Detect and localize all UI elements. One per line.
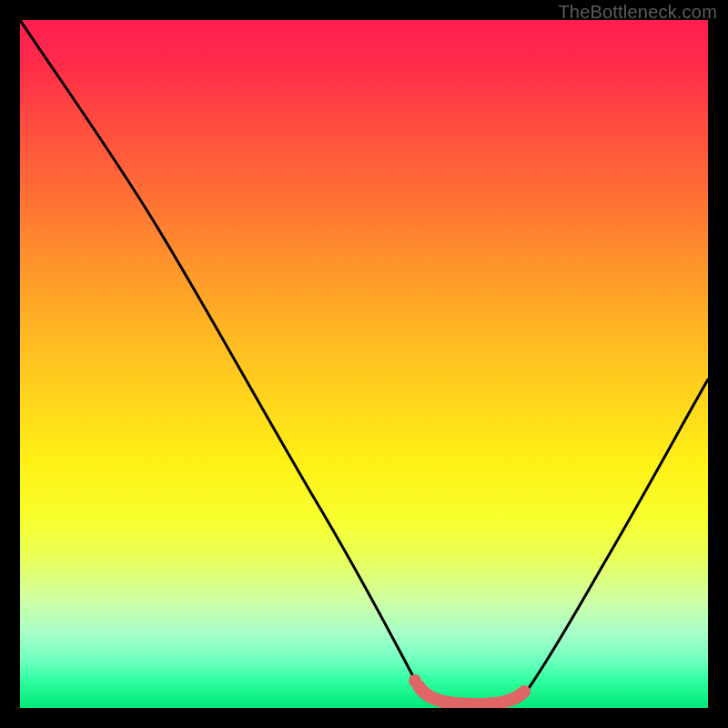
watermark-text: TheBottleneck.com bbox=[558, 2, 717, 23]
optimal-range-start-dot bbox=[409, 674, 421, 687]
optimal-range-path bbox=[419, 686, 524, 704]
optimal-range-overlay bbox=[20, 20, 708, 708]
plot-area bbox=[20, 20, 708, 708]
chart-frame: TheBottleneck.com bbox=[0, 0, 728, 728]
